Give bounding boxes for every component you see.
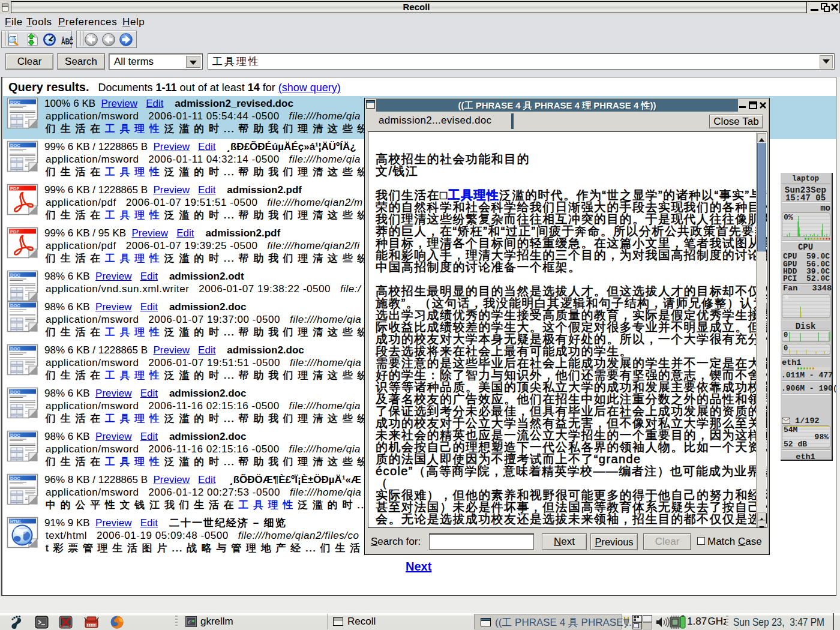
svg-text:𝒪: 𝒪: [188, 619, 192, 625]
svg-text:ÅBĈ: ÅBĈ: [61, 36, 73, 46]
